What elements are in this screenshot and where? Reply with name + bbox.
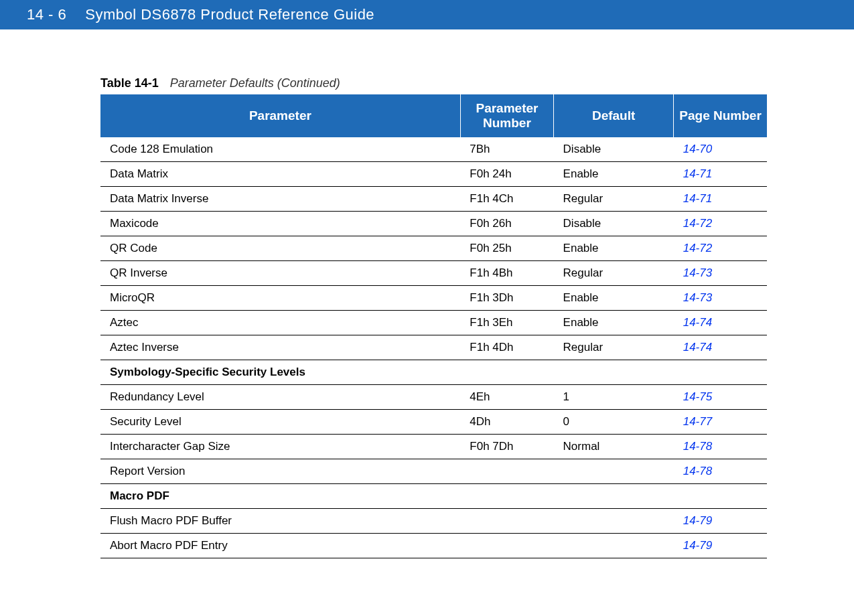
cell-parameter-number: 7Bh	[460, 137, 553, 162]
cell-default: Regular	[554, 335, 674, 360]
table-label: Table 14-1	[100, 76, 159, 90]
cell-parameter: Aztec Inverse	[100, 335, 460, 360]
cell-page-number: 14-74	[674, 311, 767, 335]
cell-default: Enable	[554, 311, 674, 335]
col-header-page-number: Page Number	[674, 94, 767, 137]
cell-parameter: Data Matrix	[100, 162, 460, 187]
table-section-row: Symbology-Specific Security Levels	[100, 360, 767, 385]
cell-parameter-number	[460, 534, 553, 558]
cell-page-number: 14-71	[674, 162, 767, 187]
cell-default: Enable	[554, 286, 674, 311]
cell-parameter: Intercharacter Gap Size	[100, 435, 460, 459]
cell-parameter-number: F1h 3Eh	[460, 311, 553, 335]
cell-page-number: 14-72	[674, 212, 767, 236]
cell-parameter-number: F0h 7Dh	[460, 435, 553, 459]
table-row: Redundancy Level4Eh114-75	[100, 385, 767, 410]
cell-parameter: Maxicode	[100, 212, 460, 236]
table-row: AztecF1h 3EhEnable14-74	[100, 311, 767, 335]
cell-parameter-number: 4Dh	[460, 410, 553, 435]
cell-default	[554, 534, 674, 558]
cell-parameter-number: F0h 24h	[460, 162, 553, 187]
cell-page-number: 14-73	[674, 261, 767, 286]
cell-parameter: Aztec	[100, 311, 460, 335]
table-row: Report Version14-78	[100, 459, 767, 484]
parameter-defaults-table: Parameter Parameter Number Default Page …	[100, 94, 767, 558]
cell-default: Enable	[554, 162, 674, 187]
cell-default: Disable	[554, 137, 674, 162]
page-link[interactable]: 14-75	[683, 390, 712, 403]
cell-parameter: Redundancy Level	[100, 385, 460, 410]
cell-parameter-number	[460, 459, 553, 484]
cell-parameter: MicroQR	[100, 286, 460, 311]
page-link[interactable]: 14-74	[683, 341, 712, 354]
table-header-row: Parameter Parameter Number Default Page …	[100, 94, 767, 137]
cell-page-number: 14-79	[674, 534, 767, 558]
cell-parameter: Report Version	[100, 459, 460, 484]
table-caption: Table 14-1 Parameter Defaults (Continued…	[100, 76, 767, 90]
page-link[interactable]: 14-72	[683, 217, 712, 230]
cell-page-number: 14-78	[674, 459, 767, 484]
table-row: MicroQRF1h 3DhEnable14-73	[100, 286, 767, 311]
cell-parameter-number: F1h 4Bh	[460, 261, 553, 286]
table-row: Data MatrixF0h 24hEnable14-71	[100, 162, 767, 187]
page-link[interactable]: 14-78	[683, 465, 712, 477]
table-title: Parameter Defaults (Continued)	[170, 76, 340, 90]
document-title: Symbol DS6878 Product Reference Guide	[85, 6, 374, 23]
table-row: Security Level4Dh014-77	[100, 410, 767, 435]
cell-parameter-number: F0h 26h	[460, 212, 553, 236]
cell-page-number: 14-73	[674, 286, 767, 311]
cell-parameter-number: F1h 4Ch	[460, 187, 553, 212]
table-row: Flush Macro PDF Buffer14-79	[100, 509, 767, 534]
col-header-default: Default	[554, 94, 674, 137]
table-row: Intercharacter Gap SizeF0h 7DhNormal14-7…	[100, 435, 767, 459]
cell-page-number: 14-78	[674, 435, 767, 459]
table-row: Abort Macro PDF Entry14-79	[100, 534, 767, 558]
cell-parameter: Abort Macro PDF Entry	[100, 534, 460, 558]
cell-parameter: Code 128 Emulation	[100, 137, 460, 162]
section-heading: Symbology-Specific Security Levels	[100, 360, 767, 385]
cell-parameter-number: F1h 3Dh	[460, 286, 553, 311]
cell-page-number: 14-71	[674, 187, 767, 212]
cell-default: Regular	[554, 187, 674, 212]
page-link[interactable]: 14-71	[683, 167, 712, 180]
cell-page-number: 14-75	[674, 385, 767, 410]
table-section-row: Macro PDF	[100, 484, 767, 509]
page-link[interactable]: 14-73	[683, 291, 712, 304]
table-row: Aztec InverseF1h 4DhRegular14-74	[100, 335, 767, 360]
cell-page-number: 14-79	[674, 509, 767, 534]
col-header-parameter: Parameter	[100, 94, 460, 137]
cell-default: Enable	[554, 236, 674, 261]
page-content: Table 14-1 Parameter Defaults (Continued…	[0, 29, 854, 585]
cell-parameter-number	[460, 509, 553, 534]
cell-parameter-number: 4Eh	[460, 385, 553, 410]
cell-parameter: Flush Macro PDF Buffer	[100, 509, 460, 534]
cell-default: Disable	[554, 212, 674, 236]
page-link[interactable]: 14-79	[683, 539, 712, 552]
cell-parameter: Security Level	[100, 410, 460, 435]
page-link[interactable]: 14-71	[683, 192, 712, 205]
cell-default	[554, 459, 674, 484]
table-row: Data Matrix InverseF1h 4ChRegular14-71	[100, 187, 767, 212]
cell-parameter: QR Inverse	[100, 261, 460, 286]
page-number: 14 - 6	[27, 6, 66, 23]
cell-default: 0	[554, 410, 674, 435]
cell-default	[554, 509, 674, 534]
cell-parameter: Data Matrix Inverse	[100, 187, 460, 212]
page-link[interactable]: 14-74	[683, 316, 712, 329]
cell-page-number: 14-70	[674, 137, 767, 162]
cell-parameter-number: F1h 4Dh	[460, 335, 553, 360]
page-link[interactable]: 14-70	[683, 143, 712, 155]
section-heading: Macro PDF	[100, 484, 767, 509]
cell-default: Regular	[554, 261, 674, 286]
page-link[interactable]: 14-78	[683, 440, 712, 453]
cell-page-number: 14-74	[674, 335, 767, 360]
cell-parameter: QR Code	[100, 236, 460, 261]
table-row: QR CodeF0h 25hEnable14-72	[100, 236, 767, 261]
cell-default: 1	[554, 385, 674, 410]
page-link[interactable]: 14-79	[683, 514, 712, 527]
table-row: Code 128 Emulation7BhDisable14-70	[100, 137, 767, 162]
page-link[interactable]: 14-73	[683, 266, 712, 279]
cell-default: Normal	[554, 435, 674, 459]
page-link[interactable]: 14-72	[683, 242, 712, 254]
page-link[interactable]: 14-77	[683, 415, 712, 428]
